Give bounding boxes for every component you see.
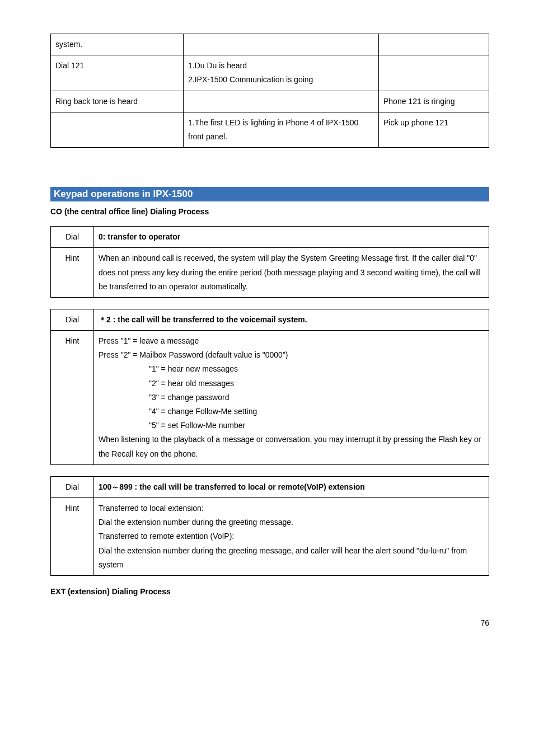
hint-line: Dial the extension number during the gre… [99, 515, 484, 529]
dial-value: 0: transfer to operator [94, 227, 489, 248]
cell: Ring back tone is heard [51, 91, 184, 112]
steps-table: system. Dial 121 1.Du Du is heard 2.IPX-… [50, 34, 489, 148]
cell [51, 112, 184, 147]
page-number: 76 [50, 618, 489, 627]
cell: Dial 121 [51, 55, 184, 91]
hint-value: Transferred to local extension: Dial the… [94, 497, 489, 575]
hint-value: Press "1" = leave a message Press "2" = … [94, 331, 489, 465]
co-dialing-title: CO (the central office line) Dialing Pro… [50, 207, 489, 216]
cell [184, 91, 379, 112]
table-row: 1.The first LED is lighting in Phone 4 o… [51, 112, 489, 147]
hint-line: When listening to the playback of a mess… [99, 433, 484, 461]
hint-line: Press "1" = leave a message [99, 334, 484, 348]
hint-line: "3" = change password [99, 391, 484, 405]
hint-line: "2" = hear old messages [99, 377, 484, 391]
table-row: Dial ＊2 : the call will be transferred t… [51, 309, 489, 330]
dial-label: Dial [51, 227, 94, 248]
hint-label: Hint [51, 248, 94, 298]
hint-line: "4" = change Follow-Me setting [99, 405, 484, 419]
cell [379, 34, 489, 55]
table-row: Dial 121 1.Du Du is heard 2.IPX-1500 Com… [51, 55, 489, 91]
table-row: Dial 100～899 : the call will be transfer… [51, 476, 489, 497]
hint-line: Press "2" = Mailbox Password (default va… [99, 348, 484, 362]
table-row: Ring back tone is heard Phone 121 is rin… [51, 91, 489, 112]
ext-dialing-title: EXT (extension) Dialing Process [50, 587, 489, 596]
table-row: Hint Transferred to local extension: Dia… [51, 497, 489, 575]
cell [379, 55, 489, 91]
dial-0-table: Dial 0: transfer to operator Hint When a… [50, 226, 489, 298]
cell: 1.Du Du is heard 2.IPX-1500 Communicatio… [184, 55, 379, 91]
cell [184, 34, 379, 55]
table-row: Hint When an inbound call is received, t… [51, 248, 489, 298]
hint-line: Dial the extension number during the gre… [99, 544, 484, 572]
table-row: Dial 0: transfer to operator [51, 227, 489, 248]
cell: Phone 121 is ringing [379, 91, 489, 112]
cell: Pick up phone 121 [379, 112, 489, 147]
dial-label: Dial [51, 309, 94, 330]
hint-line: Transferred to remote extention (VoIP): [99, 529, 484, 543]
hint-label: Hint [51, 497, 94, 575]
dial-value: ＊2 : the call will be transferred to the… [94, 309, 489, 330]
table-row: system. [51, 34, 489, 55]
dial-100-899-table: Dial 100～899 : the call will be transfer… [50, 476, 489, 576]
section-title: Keypad operations in IPX-1500 [50, 187, 489, 201]
cell: 1.The first LED is lighting in Phone 4 o… [184, 112, 379, 147]
hint-value: When an inbound call is received, the sy… [94, 248, 489, 298]
dial-label: Dial [51, 476, 94, 497]
table-row: Hint Press "1" = leave a message Press "… [51, 331, 489, 465]
hint-line: "5" = set Follow-Me number [99, 419, 484, 433]
hint-line: "1" = hear new messages [99, 362, 484, 376]
hint-line: Transferred to local extension: [99, 501, 484, 515]
dial-star2-table: Dial ＊2 : the call will be transferred t… [50, 309, 489, 465]
hint-label: Hint [51, 331, 94, 465]
cell: system. [51, 34, 184, 55]
dial-value: 100～899 : the call will be transferred t… [94, 476, 489, 497]
